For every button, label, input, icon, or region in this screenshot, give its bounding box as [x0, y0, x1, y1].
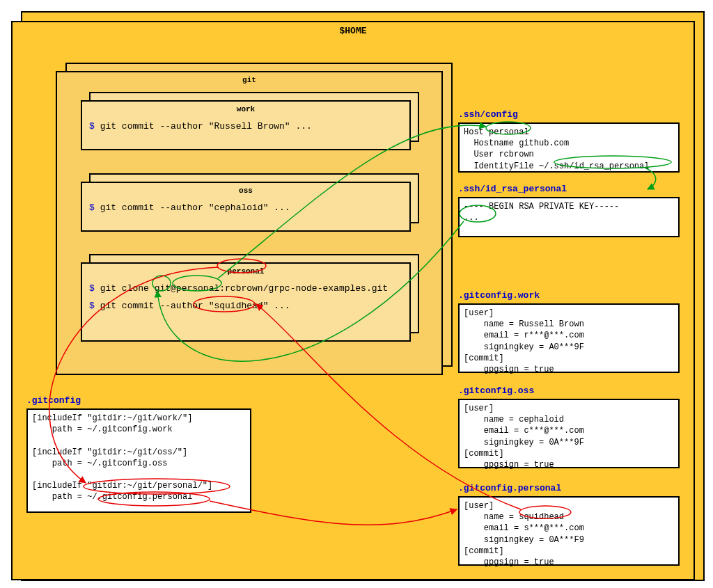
gitconfig-work-file: [user] name = Russell Brown email = r***… [458, 303, 680, 373]
personal-folder: personal $ git clone git@personal:rcbrow… [81, 262, 411, 342]
work-prompt: $ [89, 121, 95, 132]
gitconfig-work-label: .gitconfig.work [458, 290, 540, 301]
oss-cmd-line: $ git commit --author "cephaloid" ... [82, 197, 409, 214]
oss-prompt: $ [89, 202, 95, 213]
ssh-config-label: .ssh/config [458, 109, 518, 120]
gitconfig-personal-label: .gitconfig.personal [458, 483, 561, 493]
oss-title: oss [82, 183, 409, 197]
git-folder: git work $ git commit --author "Russell … [56, 71, 443, 375]
ssh-config-file: Host personal Hostname github.com User r… [458, 122, 680, 173]
gitconfig-file: [includeIf "gitdir:~/git/work/"] path = … [26, 408, 251, 513]
work-cmd: git commit --author "Russell Brown" ... [100, 121, 312, 132]
ssh-key-label: .ssh/id_rsa_personal [458, 184, 567, 194]
personal-cmd1: git clone git@personal:rcbrown/grpc-node… [100, 283, 388, 294]
gitconfig-personal-file: [user] name = squidhead email = s***@***… [458, 496, 680, 566]
oss-cmd: git commit --author "cephaloid" ... [100, 202, 290, 213]
personal-prompt2: $ [89, 301, 95, 311]
personal-cmd1-line: $ git clone git@personal:rcbrown/grpc-no… [82, 278, 409, 295]
home-folder: $HOME git work $ git commit --author "Ru… [11, 21, 695, 580]
work-folder: work $ git commit --author "Russell Brow… [81, 100, 411, 150]
gitconfig-oss-label: .gitconfig.oss [458, 386, 534, 396]
gitconfig-oss-file: [user] name = cephaloid email = c***@***… [458, 399, 680, 468]
ssh-key-file: -----BEGIN RSA PRIVATE KEY----- ... [458, 197, 680, 237]
home-title: $HOME [13, 22, 694, 38]
git-title: git [57, 72, 441, 86]
oss-folder: oss $ git commit --author "cephaloid" ..… [81, 182, 411, 232]
work-cmd-line: $ git commit --author "Russell Brown" ..… [82, 116, 409, 133]
work-title: work [82, 102, 409, 116]
personal-cmd2: git commit --author "squidhead" ... [100, 301, 290, 311]
personal-prompt1: $ [89, 283, 95, 294]
personal-title: personal [82, 264, 409, 278]
gitconfig-label: .gitconfig [26, 395, 81, 406]
personal-cmd2-line: $ git commit --author "squidhead" ... [82, 295, 409, 312]
